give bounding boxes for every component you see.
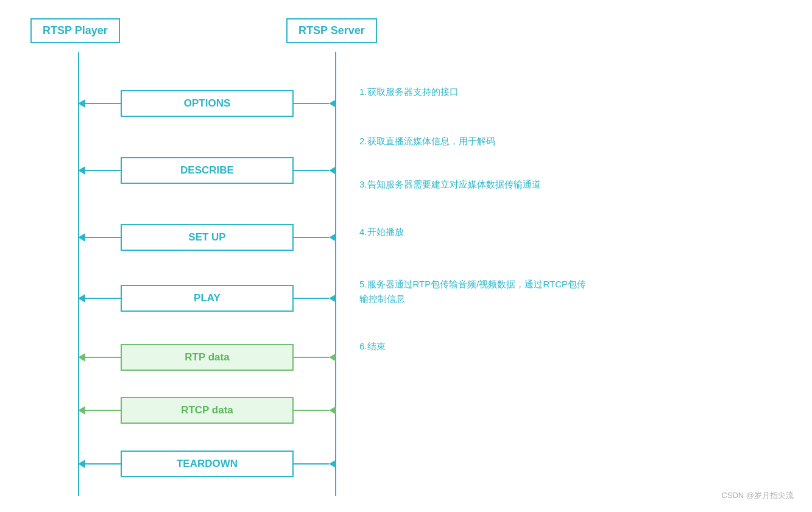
rtp-right-arrow [329,353,336,362]
options-right-arrow [329,99,336,108]
describe-right-line [294,170,329,171]
annotation-1: 1.获取服务器支持的接口 [359,85,591,99]
diagram-container: RTSP Player RTSP Server OPTIONS [0,0,812,512]
options-left-line [85,103,121,104]
rtp-left-line [85,357,121,358]
annotation-3: 3.告知服务器需要建立对应媒体数据传输通道 [359,177,591,192]
rtcp-row: RTCP data [78,397,336,424]
server-header-box: RTSP Server [286,18,377,43]
player-label: RTSP Player [30,18,120,43]
annotations-section: 1.获取服务器支持的接口 2.获取直播流媒体信息，用于解码 3.告知服务器需要建… [359,61,591,353]
setup-right-line [294,237,329,238]
options-row: OPTIONS [78,90,336,117]
teardown-right-line [294,463,329,465]
setup-row: SET UP [78,224,336,251]
player-vertical-line [78,52,79,496]
describe-box: DESCRIBE [121,157,294,184]
rtp-row: RTP data [78,344,336,371]
setup-left-arrow [78,233,85,242]
play-left-line [85,298,121,299]
play-left-arrow [78,294,85,303]
rtcp-box: RTCP data [121,397,294,424]
server-vertical-line [335,52,336,496]
rtcp-right-arrow [329,406,336,415]
teardown-row: TEARDOWN [78,451,336,477]
describe-left-arrow [78,166,85,175]
server-label: RTSP Server [286,18,377,43]
options-right-line [294,103,329,104]
rtp-left-arrow [78,353,85,362]
play-right-line [294,298,329,299]
setup-right-arrow [329,233,336,242]
describe-right-arrow [329,166,336,175]
options-box: OPTIONS [121,90,294,117]
setup-left-line [85,237,121,238]
describe-left-line [85,170,121,171]
teardown-right-arrow [329,460,336,468]
teardown-left-arrow [78,460,85,468]
play-row: PLAY [78,285,336,312]
play-box: PLAY [121,285,294,312]
annotation-5: 5.服务器通过RTP包传输音频/视频数据，通过RTCP包传输控制信息 [359,277,591,306]
options-left-arrow [78,99,85,108]
rtcp-left-arrow [78,406,85,415]
rtcp-right-line [294,410,329,411]
describe-row: DESCRIBE [78,157,336,184]
rtp-right-line [294,357,329,358]
teardown-left-line [85,463,121,465]
annotation-6: 6.结束 [359,340,591,354]
player-header-box: RTSP Player [30,18,120,43]
teardown-box: TEARDOWN [121,451,294,477]
watermark: CSDN @岁月指尖流 [721,490,794,501]
play-right-arrow [329,294,336,303]
setup-box: SET UP [121,224,294,251]
annotation-4: 4.开始播放 [359,225,591,239]
annotation-2: 2.获取直播流媒体信息，用于解码 [359,135,591,149]
rtp-box: RTP data [121,344,294,371]
rtcp-left-line [85,410,121,411]
